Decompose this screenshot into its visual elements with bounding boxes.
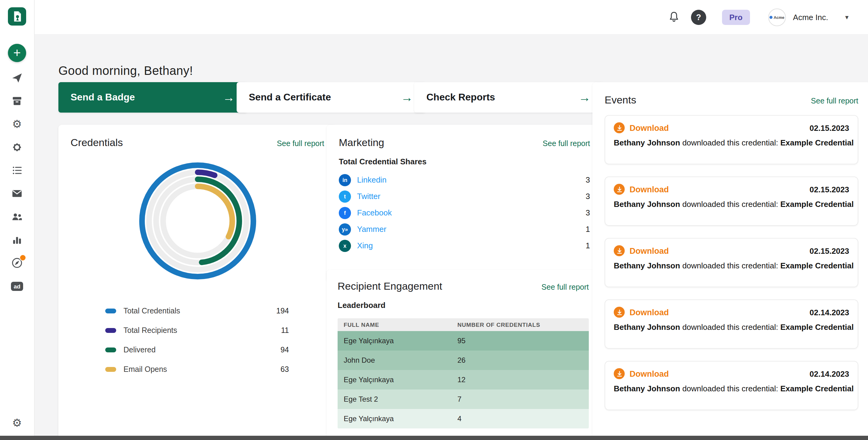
events-see-full-report-link[interactable]: See full report bbox=[811, 97, 858, 105]
legend-label: Total Credentials bbox=[123, 307, 180, 315]
list-icon bbox=[11, 164, 23, 176]
send-badge-button[interactable]: Send a Badge → bbox=[58, 82, 247, 113]
legend-value: 194 bbox=[276, 307, 289, 315]
arrow-right-icon: → bbox=[579, 90, 591, 105]
sidebar-item-integrations[interactable] bbox=[10, 256, 24, 270]
xing-link[interactable]: Xing bbox=[357, 241, 373, 250]
event-item: Download 02.14.2023 Bethany Johnson down… bbox=[604, 361, 858, 410]
credentials-title: Credentials bbox=[70, 137, 123, 149]
notifications-button[interactable] bbox=[668, 11, 680, 23]
app-logo-icon[interactable] bbox=[8, 7, 26, 26]
row-name: John Doe bbox=[344, 356, 457, 364]
legend-item: Delivered 94 bbox=[105, 340, 289, 360]
marketing-title: Marketing bbox=[339, 137, 384, 149]
download-link[interactable]: Download bbox=[629, 246, 669, 255]
legend-item: Total Recipients 11 bbox=[105, 321, 289, 340]
marketing-card: Marketing See full report Total Credenti… bbox=[327, 125, 602, 282]
sidebar-item-details[interactable] bbox=[10, 163, 24, 178]
row-count: 95 bbox=[457, 336, 583, 345]
sidebar-item-mail[interactable] bbox=[10, 186, 24, 201]
send-icon bbox=[11, 72, 23, 84]
event-actor: Bethany Johnson bbox=[614, 384, 680, 393]
download-link[interactable]: Download bbox=[629, 123, 669, 133]
greeting-heading: Good morning, Bethany! bbox=[58, 64, 193, 78]
create-button[interactable]: + bbox=[8, 44, 26, 62]
event-text: downloaded this credential: bbox=[680, 384, 780, 393]
row-count: 7 bbox=[457, 395, 583, 404]
download-link[interactable]: Download bbox=[629, 307, 669, 317]
event-actor: Bethany Johnson bbox=[614, 138, 680, 147]
share-count: 3 bbox=[586, 192, 590, 201]
legend-item: Total Credentials 194 bbox=[105, 301, 289, 321]
column-header-full-name: FULL NAME bbox=[344, 321, 457, 328]
facebook-link[interactable]: Facebook bbox=[357, 208, 392, 217]
sidebar-item-badges[interactable] bbox=[10, 140, 24, 154]
sidebar-item-recipients[interactable] bbox=[10, 209, 24, 224]
download-icon bbox=[614, 184, 625, 195]
download-link[interactable]: Download bbox=[629, 185, 669, 194]
download-icon bbox=[614, 122, 625, 133]
sidebar-item-settings[interactable]: ⚙ bbox=[10, 416, 24, 430]
sidebar-item-delivery[interactable] bbox=[10, 94, 24, 108]
leaderboard-header-row: FULL NAME NUMBER OF CREDENTIALS bbox=[338, 318, 589, 331]
event-actor: Bethany Johnson bbox=[614, 200, 680, 209]
credentials-card: Credentials See full report Total Creden… bbox=[58, 125, 336, 440]
event-actor: Bethany Johnson bbox=[614, 261, 680, 270]
credentials-legend: Total Credentials 194 Total Recipients 1… bbox=[70, 301, 324, 379]
event-item: Download 02.15.2023 Bethany Johnson down… bbox=[604, 115, 858, 164]
send-certificate-button[interactable]: Send a Certificate → bbox=[237, 82, 425, 113]
sidebar-item-analytics[interactable] bbox=[10, 233, 24, 247]
check-reports-button[interactable]: Check Reports → bbox=[414, 82, 603, 113]
ads-icon: ad bbox=[11, 282, 23, 291]
gear-badge-icon: ⚙ bbox=[12, 119, 22, 129]
twitter-link[interactable]: Twitter bbox=[357, 192, 380, 201]
column-header-number-of-credentials: NUMBER OF CREDENTIALS bbox=[457, 321, 583, 328]
sidebar-item-send[interactable] bbox=[10, 70, 24, 85]
row-name: Ege Test 2 bbox=[344, 395, 457, 404]
engagement-title: Recipient Engagement bbox=[338, 281, 442, 293]
settings-gear-icon: ⚙ bbox=[12, 417, 22, 429]
sidebar-item-ads[interactable]: ad bbox=[10, 279, 24, 293]
row-count: 4 bbox=[457, 414, 583, 423]
legend-value: 63 bbox=[280, 365, 289, 374]
download-icon bbox=[614, 307, 625, 318]
logo-dot-icon bbox=[770, 16, 773, 19]
credentials-donut-chart bbox=[70, 156, 324, 286]
table-row: Ege Test 2 7 bbox=[338, 389, 589, 409]
credentials-see-full-report-link[interactable]: See full report bbox=[277, 139, 324, 148]
event-credential: Example Credential bbox=[780, 138, 854, 147]
engagement-see-full-report-link[interactable]: See full report bbox=[541, 283, 589, 292]
yammer-link[interactable]: Yammer bbox=[357, 225, 386, 234]
event-description: Bethany Johnson downloaded this credenti… bbox=[614, 200, 849, 209]
event-date: 02.15.2023 bbox=[810, 246, 849, 255]
download-link[interactable]: Download bbox=[629, 369, 669, 378]
marketing-see-full-report-link[interactable]: See full report bbox=[542, 139, 590, 148]
share-count: 3 bbox=[586, 175, 590, 184]
window-bottom-edge bbox=[0, 436, 868, 440]
main-content: Good morning, Bethany! Send a Badge → Se… bbox=[34, 34, 868, 440]
org-avatar[interactable]: Acme bbox=[768, 8, 785, 26]
legend-swatch-total-credentials bbox=[105, 309, 116, 314]
help-button[interactable]: ? bbox=[691, 9, 706, 25]
sidebar: + ⚙ bbox=[0, 0, 35, 440]
table-row: John Doe 26 bbox=[338, 351, 589, 370]
event-date: 02.15.2023 bbox=[810, 185, 849, 194]
topbar: ? Pro Acme Acme Inc. ▾ bbox=[34, 0, 868, 34]
row-name: Ege Yalçınkaya bbox=[344, 414, 457, 423]
pro-badge-button[interactable]: Pro bbox=[722, 9, 750, 25]
chevron-down-icon[interactable]: ▾ bbox=[845, 13, 848, 21]
org-name[interactable]: Acme Inc. bbox=[793, 12, 828, 22]
bar-chart-icon bbox=[11, 234, 23, 246]
total-credential-shares-label: Total Credential Shares bbox=[339, 157, 590, 166]
linkedin-link[interactable]: Linkedin bbox=[357, 175, 386, 184]
twitter-icon: t bbox=[339, 190, 351, 202]
leaderboard-table: FULL NAME NUMBER OF CREDENTIALS Ege Yalç… bbox=[338, 318, 589, 429]
legend-label: Total Recipients bbox=[123, 326, 177, 335]
legend-swatch-total-recipients bbox=[105, 328, 116, 333]
sidebar-item-designs[interactable]: ⚙ bbox=[10, 117, 24, 131]
event-text: downloaded this credential: bbox=[680, 138, 780, 147]
send-badge-label: Send a Badge bbox=[70, 92, 135, 103]
archive-box-icon bbox=[11, 95, 23, 107]
share-count: 1 bbox=[586, 241, 590, 250]
arrow-right-icon: → bbox=[401, 90, 413, 105]
